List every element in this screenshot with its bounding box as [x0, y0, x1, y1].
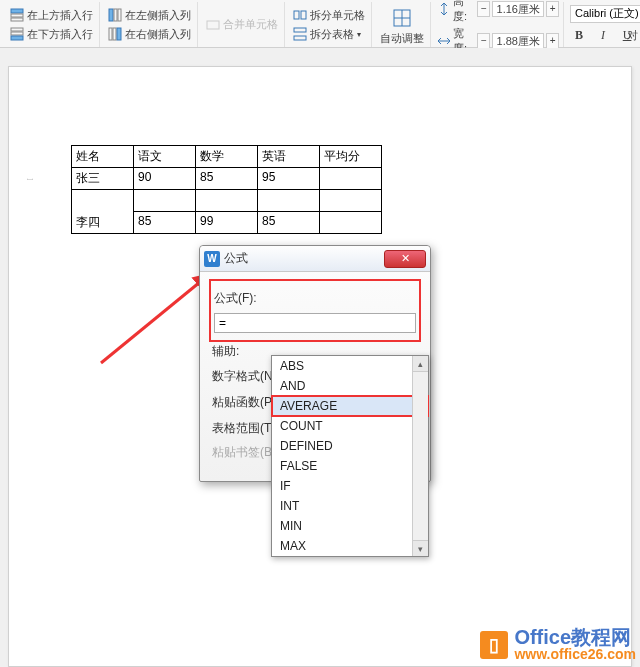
cell[interactable]	[320, 212, 382, 234]
svg-rect-1	[11, 14, 23, 17]
cell[interactable]	[258, 190, 320, 212]
label: 拆分单元格	[310, 8, 365, 23]
insert-col-left-button[interactable]: 在左侧插入列	[106, 7, 193, 24]
font-name-dropdown[interactable]: Calibri (正文)	[570, 5, 640, 23]
list-item[interactable]: COUNT	[272, 416, 428, 436]
list-item[interactable]: MAX	[272, 536, 428, 556]
cell[interactable]: 90	[134, 168, 196, 190]
dialog-title: 公式	[224, 250, 248, 267]
data-table[interactable]: 姓名 语文 数学 英语 平均分 张三 90 85 95 李四	[71, 145, 382, 234]
svg-rect-8	[118, 9, 121, 21]
list-item[interactable]: INT	[272, 496, 428, 516]
scroll-up-button[interactable]: ▴	[413, 356, 428, 372]
list-item[interactable]: AVERAGE	[272, 396, 428, 416]
height-plus-button[interactable]: +	[546, 1, 559, 17]
cell[interactable]	[320, 168, 382, 190]
svg-rect-7	[114, 9, 117, 21]
insert-row-below-button[interactable]: 在下方插入行	[8, 26, 95, 43]
split-cells-icon	[293, 8, 307, 22]
width-input[interactable]: 1.88厘米	[492, 33, 544, 49]
dropdown-scrollbar[interactable]: ▴ ▾	[412, 356, 428, 556]
table-row	[72, 190, 382, 212]
height-row: 高度: − 1.16厘米 +	[437, 0, 559, 24]
cell[interactable]: 85	[134, 212, 196, 234]
cell[interactable]	[196, 190, 258, 212]
app-icon: W	[204, 251, 220, 267]
merge-split-group: 合并单元格	[200, 2, 285, 47]
ribbon-toolbar: 在上方插入行 在下方插入行 在左侧插入列 在右侧插入列 合并单元格 拆分单元格 …	[0, 0, 640, 48]
svg-rect-4	[11, 32, 23, 35]
dialog-titlebar[interactable]: W 公式 ✕	[200, 246, 430, 272]
height-input[interactable]: 1.16厘米	[492, 1, 544, 17]
list-item[interactable]: ABS	[272, 356, 428, 376]
cell[interactable]: 英语	[258, 146, 320, 168]
table-row: 李四 85 99 85	[72, 212, 382, 234]
right-tab-fragment: 对	[627, 28, 638, 43]
formula-label: 公式(F):	[214, 290, 284, 307]
merge-icon	[206, 18, 220, 32]
watermark: ▯ Office教程网 www.office26.com	[480, 627, 636, 663]
autofit-button[interactable]: 自动调整▾	[378, 7, 426, 43]
svg-rect-13	[294, 11, 299, 19]
watermark-brand: Office教程网	[514, 627, 636, 647]
autofit-group: 自动调整▾	[374, 2, 431, 47]
cell[interactable]: 数学	[196, 146, 258, 168]
svg-rect-12	[207, 21, 219, 29]
watermark-icon: ▯	[480, 631, 508, 659]
cell[interactable]: 语文	[134, 146, 196, 168]
autofit-icon	[392, 8, 412, 28]
cell[interactable]	[320, 190, 382, 212]
cell[interactable]: 李四	[72, 212, 134, 234]
cell[interactable]: 平均分	[320, 146, 382, 168]
cell[interactable]: 姓名	[72, 146, 134, 168]
col-right-icon	[108, 27, 122, 41]
label: 拆分表格	[310, 27, 354, 42]
width-minus-button[interactable]: −	[477, 33, 490, 49]
width-plus-button[interactable]: +	[546, 33, 559, 49]
close-button[interactable]: ✕	[384, 250, 426, 268]
layout-marker-icon: ⎵	[27, 171, 33, 182]
list-item[interactable]: FALSE	[272, 456, 428, 476]
svg-rect-0	[11, 9, 23, 13]
formula-input[interactable]	[214, 313, 416, 333]
scroll-down-button[interactable]: ▾	[413, 540, 428, 556]
label: 在下方插入行	[27, 27, 93, 42]
insert-col-right-button[interactable]: 在右侧插入列	[106, 26, 193, 43]
insert-row-above-button[interactable]: 在上方插入行	[8, 7, 95, 24]
col-left-icon	[108, 8, 122, 22]
italic-button[interactable]: I	[594, 27, 612, 45]
cell[interactable]: 99	[196, 212, 258, 234]
list-item[interactable]: IF	[272, 476, 428, 496]
label: 在右侧插入列	[125, 27, 191, 42]
split-table-icon	[293, 27, 307, 41]
height-minus-button[interactable]: −	[477, 1, 490, 17]
cell[interactable]	[134, 190, 196, 212]
document-page: ⎵ 姓名 语文 数学 英语 平均分 张三 90 85 95	[8, 66, 632, 667]
height-icon	[437, 2, 451, 16]
split-table-button[interactable]: 拆分表格 ▾	[291, 26, 367, 43]
svg-rect-14	[301, 11, 306, 19]
cell[interactable]: 张三	[72, 168, 134, 190]
list-item[interactable]: DEFINED	[272, 436, 428, 456]
table-row: 张三 90 85 95	[72, 168, 382, 190]
svg-line-22	[101, 273, 211, 363]
split-cells-button[interactable]: 拆分单元格	[291, 7, 367, 24]
width-icon	[437, 34, 451, 48]
watermark-url: www.office26.com	[514, 647, 636, 661]
split-group: 拆分单元格 拆分表格 ▾	[287, 2, 372, 47]
svg-rect-15	[294, 28, 306, 32]
merge-cells-button: 合并单元格	[204, 16, 280, 33]
document-area: ⎵ 姓名 语文 数学 英语 平均分 张三 90 85 95	[0, 48, 640, 667]
cell[interactable]	[72, 190, 134, 212]
list-item[interactable]: MIN	[272, 516, 428, 536]
cell[interactable]: 85	[196, 168, 258, 190]
label: 合并单元格	[223, 17, 278, 32]
list-item[interactable]: AND	[272, 376, 428, 396]
svg-rect-2	[11, 18, 23, 21]
cell[interactable]: 95	[258, 168, 320, 190]
bold-button[interactable]: B	[570, 27, 588, 45]
close-icon: ✕	[401, 252, 410, 265]
svg-rect-5	[11, 36, 23, 40]
insert-cols-group: 在左侧插入列 在右侧插入列	[102, 2, 198, 47]
cell[interactable]: 85	[258, 212, 320, 234]
